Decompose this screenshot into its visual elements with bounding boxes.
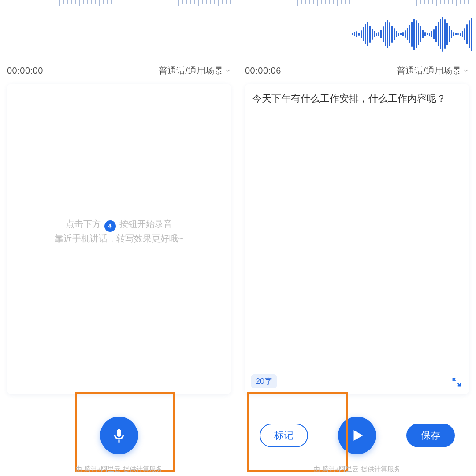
- play-icon: [349, 428, 365, 443]
- timer-left: 00:00:00: [7, 66, 43, 76]
- pane-left: 00:00:00 普通话/通用场景 点击下方 按钮开始录音 靠近手机讲话，转写效…: [0, 0, 238, 476]
- transcript-text[interactable]: 今天下午有什么工作安排，什么工作内容呢？: [252, 92, 462, 106]
- play-button[interactable]: [338, 416, 376, 454]
- microphone-icon: [111, 427, 127, 444]
- bottom-bar-right: 标记 保存 由 腾讯+阿里云 提供计算服务: [238, 394, 476, 476]
- pane-right: 00:00:06 普通话/通用场景 今天下午有什么工作安排，什么工作内容呢？ 2…: [238, 0, 476, 476]
- mark-button[interactable]: 标记: [260, 424, 308, 447]
- svg-marker-2: [354, 430, 363, 441]
- waveform-left: [0, 0, 238, 55]
- language-selector-left[interactable]: 普通话/通用场景: [159, 65, 231, 77]
- timer-right: 00:00:06: [245, 66, 281, 76]
- language-selector-right[interactable]: 普通话/通用场景: [397, 65, 469, 77]
- word-count-badge: 20字: [251, 374, 277, 388]
- chevron-down-icon: [225, 67, 231, 74]
- chevron-down-icon: [463, 67, 469, 74]
- empty-hint: 点击下方 按钮开始录音 靠近手机讲话，转写效果更好哦~: [7, 217, 231, 245]
- language-label: 普通话/通用场景: [397, 65, 461, 77]
- record-button[interactable]: [100, 416, 138, 454]
- language-label: 普通话/通用场景: [159, 65, 223, 77]
- microphone-icon: [104, 220, 116, 232]
- expand-button[interactable]: [450, 376, 463, 388]
- waveform-right: [238, 0, 476, 55]
- bottom-bar-left: 由 腾讯+阿里云 提供计算服务: [0, 394, 238, 476]
- expand-icon: [452, 377, 461, 387]
- transcript-card-left: 点击下方 按钮开始录音 靠近手机讲话，转写效果更好哦~: [7, 84, 231, 394]
- transcript-card-right: 今天下午有什么工作安排，什么工作内容呢？ 20字: [245, 84, 469, 394]
- footer-note-left: 由 腾讯+阿里云 提供计算服务: [0, 465, 238, 473]
- footer-note-right: 由 腾讯+阿里云 提供计算服务: [238, 465, 476, 473]
- save-button[interactable]: 保存: [406, 424, 455, 447]
